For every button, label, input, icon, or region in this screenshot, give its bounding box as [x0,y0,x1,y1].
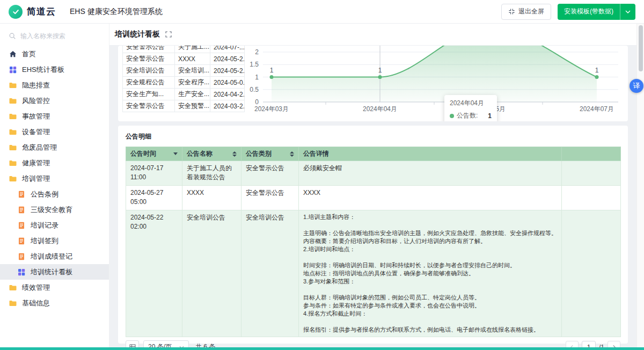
cell-name: 安全程序... [175,77,210,89]
cell-category: 安全警示公告 [123,100,175,112]
tooltip-series-name: 公告数: [457,111,478,120]
cell-name: 生产安全... [175,89,210,100]
cell-category: 安全警示公告 [241,185,299,210]
cell-detail: 必须戴安全帽 [299,161,562,186]
series-dot-icon [450,114,454,118]
dashboard-icon [17,268,26,276]
expand-icon[interactable] [165,31,172,38]
sidebar-item-hazardous-waste[interactable]: 危废品管理 [0,140,109,155]
scrollbar-thumb[interactable] [639,25,643,71]
sidebar-item-label: 首页 [22,49,36,59]
col-header-category[interactable]: 公告类别 [241,147,299,161]
cell-time: 2024-05-27 05:00 [126,185,182,210]
table-row[interactable]: 2024-05-27 05:00 XXXX 安全警示公告 XXXX [126,185,621,210]
list-item[interactable]: 安全警示公告XXXX2024-05-2... [123,53,245,65]
table-row[interactable]: 2024-07-17 11:00 关于施工人员的着装规范公告 安全警示公告 必须… [126,161,621,186]
app-title: EHS 健康安全环境管理系统 [70,7,163,17]
col-header-label: 公告名称 [187,149,213,158]
sidebar-item-performance[interactable]: 绩效管理 [0,280,109,295]
cell-name: XXXX [175,53,210,65]
announcement-list-table: 安全警示公告关于施工...2024-07-... 安全警示公告XXXX2024-… [122,46,245,112]
dashboard-content: 安全警示公告关于施工...2024-07-... 安全警示公告XXXX2024-… [109,46,636,350]
sidebar-item-three-level-safety[interactable]: 三级安全教育 [0,202,109,217]
list-item[interactable]: 安全培训公告安全培训...2024-05-2... [123,65,245,77]
form-icon [17,237,26,245]
col-header-detail[interactable]: 公告详情 [299,147,562,161]
chevron-down-icon [625,10,631,13]
sort-icon[interactable] [232,151,237,157]
search-input[interactable] [20,32,90,40]
form-icon [17,206,26,214]
cell-detail: 1.培训主题和内容： 主题明确：公告会清晰地指出安全培训的主题，例如火灾应急处理… [299,210,562,337]
sidebar-item-training-signin[interactable]: 培训签到 [0,233,109,249]
sidebar-item-hidden-danger[interactable]: 隐患排查 [0,77,109,93]
tooltip-value: 1 [488,112,492,120]
sidebar-item-label: 培训签到 [31,236,58,246]
sort-icon[interactable] [290,151,294,157]
translate-button[interactable]: 译 [630,79,643,93]
announcement-trend-chart[interactable]: 00.511.522024年03月2024年04月2024年05月2024年07… [246,46,621,121]
cell-time: 2024-07-17 11:00 [126,161,182,186]
cell-category: 安全培训公告 [241,210,299,337]
detail-card: 公告明细 公告时间 公告名称 [118,126,628,344]
sidebar-search[interactable] [0,28,109,46]
folder-icon [9,128,17,136]
sidebar-item-training-dashboard[interactable]: 培训统计看板 [0,264,109,280]
sidebar-item-risk-control[interactable]: 风险管控 [0,93,109,108]
sidebar-item-accident[interactable]: 事故管理 [0,108,109,124]
cell-date: 2024-07-... [210,46,245,53]
table-row[interactable]: 2024-05-22 02:00 安全培训公告 安全培训公告 1.培训主题和内容… [126,210,621,337]
sidebar-item-label: 健康管理 [22,158,50,168]
cell-date: 2024-04-2... [210,89,245,100]
folder-icon [9,159,17,167]
sidebar-item-training[interactable]: 培训管理 [0,171,109,186]
list-item[interactable]: 安全警示公告关于施工...2024-07-... [123,46,245,53]
sidebar-item-home[interactable]: 首页 [0,46,109,62]
col-header-name[interactable]: 公告名称 [182,147,241,161]
cell-time: 2024-05-22 02:00 [126,210,182,337]
bottom-accent-bar [0,347,644,350]
install-template-button[interactable]: 安装模板(带数据) [558,4,635,20]
cell-date: 2024-05-2... [210,53,245,65]
sidebar-item-basic-info[interactable]: 基础信息 [0,295,109,311]
cell-empty [562,185,621,210]
sidebar-item-ehs-dashboard[interactable]: EHS统计看板 [0,62,109,77]
svg-text:1: 1 [270,67,274,74]
sort-descending-icon[interactable] [173,152,178,155]
cell-name: 关于施工... [175,46,210,53]
svg-text:0.5: 0.5 [250,86,259,93]
cell-category: 安全培训公告 [123,65,175,77]
sidebar-item-training-scores[interactable]: 培训成绩登记 [0,249,109,264]
exit-fullscreen-button[interactable]: 退出全屏 [501,4,551,20]
cell-date: 2024-05-2... [210,65,245,77]
search-icon [9,32,16,40]
screen: 简道云 EHS 健康安全环境管理系统 退出全屏 安装模板(带数据) [0,0,644,350]
install-template-caret[interactable] [620,4,635,20]
sidebar-item-label: 危废品管理 [22,143,57,152]
list-item[interactable]: 安全生产知...生产安全...2024-04-2... [123,89,245,100]
folder-icon [9,174,17,183]
list-item[interactable]: 安全警示公告安全预警...2024-03-2... [123,100,245,112]
vertical-scrollbar[interactable] [636,24,644,350]
sidebar-item-label: 培训管理 [22,174,50,184]
list-item[interactable]: 安全规程公告安全程序...2024-05-0... [123,77,245,89]
cell-empty [562,161,621,186]
trend-chart-canvas[interactable]: 00.511.522024年03月2024年04月2024年05月2024年07… [246,46,621,121]
cell-category: 安全警示公告 [123,46,175,53]
sidebar: 首页 EHS统计看板 隐患排查 风险管控 事故管理 [0,24,109,350]
sidebar-item-label: 公告条例 [31,189,58,199]
form-icon [17,221,26,230]
folder-icon [9,97,17,105]
sidebar-item-training-records[interactable]: 培训记录 [0,217,109,233]
install-template-label[interactable]: 安装模板(带数据) [558,4,620,20]
sidebar-item-health[interactable]: 健康管理 [0,155,109,171]
svg-text:2024年03月: 2024年03月 [254,105,289,113]
svg-text:2: 2 [255,48,259,56]
cell-detail: XXXX [299,185,562,210]
sidebar-item-label: EHS统计看板 [22,65,64,75]
col-header-time[interactable]: 公告时间 [126,147,182,161]
sidebar-item-announcement-rules[interactable]: 公告条例 [0,186,109,202]
cell-category: 安全警示公告 [241,161,299,186]
cell-empty [562,210,621,337]
sidebar-item-equipment[interactable]: 设备管理 [0,124,109,140]
